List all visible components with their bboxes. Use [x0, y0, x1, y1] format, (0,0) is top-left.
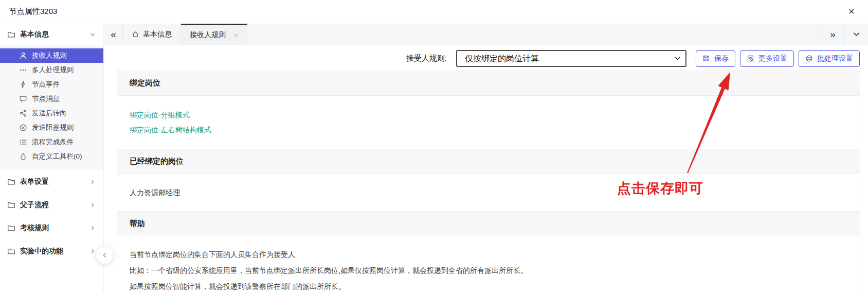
sidebar-group-basic-info[interactable]: 基本信息 — [0, 24, 103, 45]
sidebar-item-label: 接收人规则 — [32, 51, 67, 60]
section-header-help: 帮助 — [117, 211, 860, 236]
sidebar-subitems: 接收人规则 多人处理规则 节点事件 节点消息 — [0, 45, 103, 170]
sidebar-group-label: 考核规则 — [20, 223, 84, 233]
section-header-bound-positions: 已经绑定的岗位 — [117, 149, 860, 174]
settings-doc-icon — [747, 55, 755, 63]
coins-icon — [805, 55, 813, 63]
tab-menu-chevron-down-button[interactable] — [844, 24, 868, 45]
batch-settings-button-label: 批处理设置 — [817, 54, 853, 63]
chevron-left-icon — [101, 251, 109, 259]
ellipsis-icon — [19, 66, 27, 74]
batch-settings-button[interactable]: 批处理设置 — [799, 50, 860, 67]
sidebar-group-parent-child-process[interactable]: 父子流程 — [0, 193, 103, 216]
bound-position-value: 人力资源部经理 — [117, 174, 860, 211]
sidebar-group-experimental-features[interactable]: 实验中的功能 — [0, 239, 103, 263]
sidebar-group-form-settings[interactable]: 表单设置 — [0, 170, 103, 193]
toolbar: 接受人规则: 仅按绑定的岗位计算 保存 更多设置 — [104, 45, 868, 72]
sidebar-item-label: 流程完成条件 — [32, 137, 74, 147]
sidebar-group-label: 基本信息 — [20, 30, 84, 39]
sidebar-item-node-events[interactable]: 节点事件 — [0, 77, 103, 92]
sidebar-item-redirect-after-send[interactable]: 发送后转向 — [0, 106, 103, 120]
link-bind-positions-group-mode[interactable]: 绑定岗位-分组模式 — [130, 111, 190, 120]
folder-icon — [7, 178, 15, 186]
sidebar-item-receiver-rules[interactable]: 接收人规则 — [0, 48, 103, 63]
receiver-rule-select[interactable]: 仅按绑定的岗位计算 — [456, 50, 686, 67]
link-bind-positions-tree-mode[interactable]: 绑定岗位-左右树结构模式 — [130, 126, 211, 135]
sidebar-item-label: 节点消息 — [32, 94, 60, 104]
save-button-label: 保存 — [714, 54, 729, 63]
node-properties-panel: 节点属性3203 × 基本信息 接收人规则 多 — [0, 0, 868, 293]
sidebar-item-send-block-rules[interactable]: 发送阻塞规则 — [0, 120, 103, 135]
sidebar-item-custom-toolbar[interactable]: 自定义工具栏(0) — [0, 149, 103, 164]
chevron-right-icon — [89, 248, 96, 255]
section-header-bind-positions: 绑定岗位 — [117, 71, 860, 96]
sidebar-item-label: 多人处理规则 — [32, 65, 74, 75]
home-icon — [132, 30, 139, 38]
folder-icon — [7, 201, 15, 209]
window-title: 节点属性3203 — [9, 7, 57, 16]
close-icon[interactable]: × — [844, 4, 859, 19]
tab-label: 接收人规则 — [190, 30, 226, 40]
sidebar-item-label: 发送后转向 — [32, 109, 67, 118]
folder-icon — [7, 247, 15, 255]
section-body-help: 当前节点绑定岗位的集合下面的人员集合作为接受人 比如：一个省级的公安系统应用里，… — [117, 236, 860, 293]
tab-label: 基本信息 — [143, 30, 172, 39]
save-button[interactable]: 保存 — [696, 50, 735, 67]
tab-basic-info[interactable]: 基本信息 — [123, 24, 181, 45]
drop-icon — [19, 152, 27, 161]
expand-tabs-button[interactable]: » — [821, 24, 844, 45]
list-icon — [19, 138, 27, 146]
sidebar-group-label: 实验中的功能 — [20, 247, 84, 256]
user-icon — [19, 51, 27, 60]
sidebar-group-label: 表单设置 — [20, 177, 84, 186]
title-bar: 节点属性3203 × — [0, 0, 868, 23]
tab-bar: « 基本信息 接收人规则 × » — [104, 24, 868, 45]
chevron-down-icon — [89, 31, 96, 38]
save-icon — [702, 55, 711, 63]
sidebar-collapse-button[interactable] — [96, 246, 114, 264]
sidebar-item-label: 发送阻塞规则 — [32, 123, 74, 132]
chevron-right-icon — [89, 225, 96, 232]
block-icon — [19, 124, 27, 132]
sidebar: 基本信息 接收人规则 多人处理规则 节点 — [0, 24, 104, 293]
help-line: 如果按照岗位智能计算，就会投递到该警察所在部门的派出所所长。 — [130, 282, 847, 291]
tab-receiver-rules[interactable]: 接收人规则 × — [181, 24, 247, 45]
main-area: « 基本信息 接收人规则 × » 接受人规则: 仅按绑定 — [104, 24, 868, 293]
sidebar-item-label: 节点事件 — [32, 80, 60, 89]
sidebar-item-multi-person-rules[interactable]: 多人处理规则 — [0, 63, 103, 77]
collapse-tabs-button[interactable]: « — [104, 24, 123, 45]
more-settings-button-label: 更多设置 — [758, 54, 787, 63]
sidebar-item-node-messages[interactable]: 节点消息 — [0, 92, 103, 106]
chevron-right-icon — [89, 201, 96, 209]
comment-icon — [19, 95, 27, 103]
tab-spacer — [247, 24, 821, 45]
help-line: 当前节点绑定岗位的集合下面的人员集合作为接受人 — [130, 250, 847, 259]
receiver-rule-select-wrap: 仅按绑定的岗位计算 — [456, 50, 686, 67]
tab-close-icon[interactable]: × — [233, 31, 238, 40]
lightning-icon — [19, 80, 27, 89]
section-body-bind-positions: 绑定岗位-分组模式 绑定岗位-左右树结构模式 — [117, 96, 860, 149]
receiver-rule-label: 接受人规则: — [406, 54, 447, 63]
content-card: 绑定岗位 绑定岗位-分组模式 绑定岗位-左右树结构模式 已经绑定的岗位 人力资源… — [117, 71, 860, 293]
share-icon — [19, 109, 27, 117]
more-settings-button[interactable]: 更多设置 — [740, 50, 794, 67]
sidebar-item-process-complete-condition[interactable]: 流程完成条件 — [0, 135, 103, 149]
sidebar-group-assessment-rules[interactable]: 考核规则 — [0, 216, 103, 239]
folder-icon — [7, 224, 15, 232]
sidebar-folders: 表单设置 父子流程 考核规则 — [0, 170, 103, 263]
chevron-right-icon — [89, 178, 96, 185]
folder-icon — [7, 30, 15, 39]
help-line: 比如：一个省级的公安系统应用里，当前节点绑定派出所所长岗位,如果仅按照岗位计算，… — [130, 266, 847, 275]
sidebar-item-label: 自定义工具栏(0) — [32, 152, 82, 161]
sidebar-group-label: 父子流程 — [20, 200, 84, 210]
